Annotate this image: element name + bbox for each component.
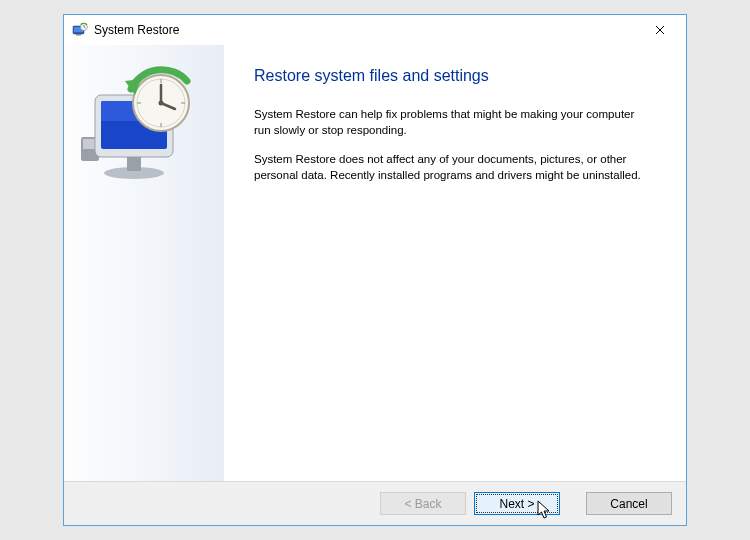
svg-rect-2 [76,34,81,36]
system-restore-window: System Restore [63,14,687,526]
close-button[interactable] [640,19,680,41]
wizard-footer: < Back Next > Cancel [64,481,686,525]
close-icon [655,25,665,35]
svg-rect-7 [127,157,141,171]
content-area: Restore system files and settings System… [64,45,686,481]
wizard-sidebar [64,45,224,481]
window-title: System Restore [94,23,640,37]
system-restore-icon [72,22,88,38]
paragraph-2: System Restore does not affect any of yo… [254,152,654,183]
cancel-button[interactable]: Cancel [586,492,672,515]
page-heading: Restore system files and settings [254,67,658,85]
paragraph-1: System Restore can help fix problems tha… [254,107,654,138]
next-button[interactable]: Next > [474,492,560,515]
restore-graphic-icon [79,59,209,189]
titlebar: System Restore [64,15,686,45]
back-button: < Back [380,492,466,515]
wizard-main: Restore system files and settings System… [224,45,686,481]
